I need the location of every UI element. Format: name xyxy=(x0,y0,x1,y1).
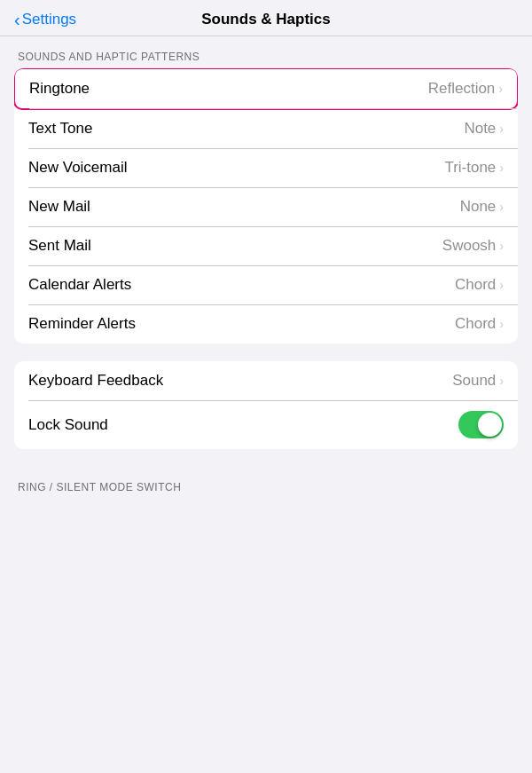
row-label-new-mail: New Mail xyxy=(28,198,90,216)
chevron-icon: › xyxy=(499,161,504,175)
header: ‹ Settings Sounds & Haptics xyxy=(0,0,532,36)
settings-row-calendar-alerts[interactable]: Calendar AlertsChord› xyxy=(14,265,518,304)
settings-row-text-tone[interactable]: Text ToneNote› xyxy=(14,109,518,148)
chevron-icon: › xyxy=(498,82,503,96)
section3-label: RING / SILENT MODE SWITCH xyxy=(0,467,532,499)
back-label: Settings xyxy=(22,11,76,28)
chevron-icon: › xyxy=(499,317,504,331)
settings-row-reminder-alerts[interactable]: Reminder AlertsChord› xyxy=(14,304,518,343)
row-value-new-voicemail: Tri-tone xyxy=(444,159,496,177)
chevron-icon: › xyxy=(499,200,504,214)
row-value-ringtone: Reflection xyxy=(428,80,496,98)
settings-row-lock-sound[interactable]: Lock Sound xyxy=(14,400,518,449)
page-title: Sounds & Haptics xyxy=(201,11,330,28)
row-label-sent-mail: Sent Mail xyxy=(28,237,91,255)
row-value-reminder-alerts: Chord xyxy=(455,315,496,333)
back-button[interactable]: ‹ Settings xyxy=(14,11,76,28)
toggle-knob xyxy=(478,413,502,437)
row-label-calendar-alerts: Calendar Alerts xyxy=(28,276,131,294)
settings-row-new-mail[interactable]: New MailNone› xyxy=(14,187,518,226)
chevron-icon: › xyxy=(499,374,504,388)
row-value-text-tone: Note xyxy=(464,120,496,138)
keyboard-lock-group: Keyboard FeedbackSound›Lock Sound xyxy=(14,361,518,449)
row-value-sent-mail: Swoosh xyxy=(442,237,496,255)
sounds-haptic-group: RingtoneReflection›Text ToneNote›New Voi… xyxy=(14,68,518,343)
toggle-lock-sound[interactable] xyxy=(458,411,504,438)
row-value-new-mail: None xyxy=(460,198,497,216)
chevron-icon: › xyxy=(499,278,504,292)
row-label-new-voicemail: New Voicemail xyxy=(28,159,128,177)
chevron-icon: › xyxy=(499,239,504,253)
back-chevron-icon: ‹ xyxy=(14,11,20,28)
settings-row-sent-mail[interactable]: Sent MailSwoosh› xyxy=(14,226,518,265)
section1-label: SOUNDS AND HAPTIC PATTERNS xyxy=(0,36,532,68)
row-value-calendar-alerts: Chord xyxy=(455,276,496,294)
chevron-icon: › xyxy=(499,122,504,136)
row-label-lock-sound: Lock Sound xyxy=(28,416,108,434)
row-label-keyboard-feedback: Keyboard Feedback xyxy=(28,372,163,390)
row-label-reminder-alerts: Reminder Alerts xyxy=(28,315,136,333)
settings-row-keyboard-feedback[interactable]: Keyboard FeedbackSound› xyxy=(14,361,518,400)
settings-row-ringtone[interactable]: RingtoneReflection› xyxy=(14,68,518,110)
row-value-keyboard-feedback: Sound xyxy=(452,372,496,390)
row-label-ringtone: Ringtone xyxy=(29,80,90,98)
row-label-text-tone: Text Tone xyxy=(28,120,92,138)
settings-row-new-voicemail[interactable]: New VoicemailTri-tone› xyxy=(14,148,518,187)
